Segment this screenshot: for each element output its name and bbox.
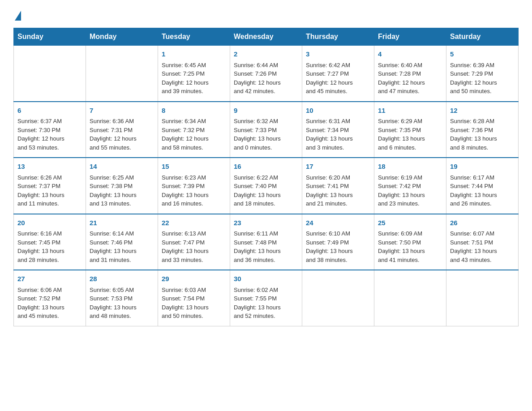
day-info-line: Sunset: 7:28 PM: [378, 69, 442, 78]
day-info-line: Sunset: 7:31 PM: [90, 126, 154, 135]
day-info-line: Sunset: 7:42 PM: [378, 182, 442, 191]
day-info-line: and 48 minutes.: [90, 312, 154, 321]
day-info-line: Sunset: 7:36 PM: [450, 126, 515, 135]
calendar-cell: [374, 270, 446, 326]
day-info-line: Sunset: 7:38 PM: [90, 182, 154, 191]
day-info-line: Sunset: 7:50 PM: [378, 238, 442, 247]
day-info-line: Sunrise: 6:45 AM: [162, 61, 226, 70]
day-info-line: and 13 minutes.: [90, 199, 154, 208]
day-info-line: Sunrise: 6:42 AM: [306, 61, 370, 70]
day-info-line: and 21 minutes.: [306, 199, 370, 208]
calendar-cell: 20Sunrise: 6:16 AMSunset: 7:45 PMDayligh…: [14, 214, 86, 270]
day-info-line: Sunset: 7:48 PM: [234, 238, 298, 247]
calendar-cell: 19Sunrise: 6:17 AMSunset: 7:44 PMDayligh…: [446, 158, 519, 214]
page-header: [13, 9, 519, 19]
day-info-line: Sunset: 7:39 PM: [162, 182, 226, 191]
day-number: 29: [162, 274, 226, 284]
calendar-cell: 16Sunrise: 6:22 AMSunset: 7:40 PMDayligh…: [230, 158, 302, 214]
day-info-line: Sunrise: 6:34 AM: [162, 117, 226, 126]
day-number: 9: [234, 106, 298, 116]
day-info-line: Daylight: 12 hours: [162, 134, 226, 143]
day-info-line: Daylight: 12 hours: [90, 134, 154, 143]
day-info-line: and 31 minutes.: [90, 256, 154, 265]
day-info-line: Daylight: 13 hours: [450, 191, 515, 200]
day-number: 7: [90, 106, 154, 116]
day-info-line: Sunset: 7:41 PM: [306, 182, 370, 191]
day-info-line: Daylight: 13 hours: [90, 191, 154, 200]
day-info-line: Daylight: 13 hours: [90, 303, 154, 312]
calendar-cell: 1Sunrise: 6:45 AMSunset: 7:25 PMDaylight…: [158, 46, 230, 102]
day-info-line: Daylight: 12 hours: [162, 78, 226, 87]
calendar-cell: 11Sunrise: 6:29 AMSunset: 7:35 PMDayligh…: [374, 102, 446, 158]
day-info-line: Daylight: 13 hours: [378, 191, 442, 200]
calendar-cell: 12Sunrise: 6:28 AMSunset: 7:36 PMDayligh…: [446, 102, 519, 158]
day-info-line: and 43 minutes.: [450, 256, 515, 265]
calendar-cell: 13Sunrise: 6:26 AMSunset: 7:37 PMDayligh…: [14, 158, 86, 214]
day-info-line: Daylight: 13 hours: [162, 247, 226, 256]
day-info-line: Sunset: 7:33 PM: [234, 126, 298, 135]
day-info-line: and 36 minutes.: [234, 256, 298, 265]
day-info-line: Daylight: 13 hours: [17, 247, 82, 256]
calendar-cell: 3Sunrise: 6:42 AMSunset: 7:27 PMDaylight…: [302, 46, 374, 102]
day-info-line: Sunset: 7:45 PM: [17, 238, 82, 247]
calendar-cell: [446, 270, 519, 326]
calendar-cell: 24Sunrise: 6:10 AMSunset: 7:49 PMDayligh…: [302, 214, 374, 270]
calendar-cell: 29Sunrise: 6:03 AMSunset: 7:54 PMDayligh…: [158, 270, 230, 326]
day-info-line: Daylight: 12 hours: [450, 78, 515, 87]
day-number: 22: [162, 218, 226, 228]
day-info-line: Sunset: 7:54 PM: [162, 294, 226, 303]
day-info-line: and 18 minutes.: [234, 199, 298, 208]
day-info-line: Sunset: 7:46 PM: [90, 238, 154, 247]
calendar-cell: 18Sunrise: 6:19 AMSunset: 7:42 PMDayligh…: [374, 158, 446, 214]
day-number: 20: [17, 218, 82, 228]
day-number: 18: [378, 162, 442, 172]
day-number: 25: [378, 218, 442, 228]
day-number: 2: [234, 49, 298, 60]
day-number: 27: [17, 274, 82, 284]
day-info-line: Sunrise: 6:28 AM: [450, 117, 515, 126]
day-number: 14: [90, 162, 154, 172]
day-info-line: Sunrise: 6:17 AM: [450, 173, 515, 182]
day-info-line: and 3 minutes.: [306, 143, 370, 152]
day-info-line: and 50 minutes.: [162, 312, 226, 321]
calendar-cell: 2Sunrise: 6:44 AMSunset: 7:26 PMDaylight…: [230, 46, 302, 102]
calendar-week-3: 13Sunrise: 6:26 AMSunset: 7:37 PMDayligh…: [14, 158, 519, 214]
day-number: 11: [378, 106, 442, 116]
calendar-cell: 27Sunrise: 6:06 AMSunset: 7:52 PMDayligh…: [14, 270, 86, 326]
day-info-line: Sunrise: 6:37 AM: [17, 117, 82, 126]
day-info-line: and 50 minutes.: [450, 87, 515, 96]
weekday-header-monday: Monday: [86, 28, 158, 46]
day-info-line: Sunset: 7:34 PM: [306, 126, 370, 135]
day-number: 4: [378, 49, 442, 60]
day-info-line: Sunrise: 6:09 AM: [378, 229, 442, 238]
day-info-line: and 11 minutes.: [17, 199, 82, 208]
day-info-line: and 26 minutes.: [450, 199, 515, 208]
day-number: 8: [162, 106, 226, 116]
day-info-line: Sunset: 7:27 PM: [306, 69, 370, 78]
calendar-week-1: 1Sunrise: 6:45 AMSunset: 7:25 PMDaylight…: [14, 46, 519, 102]
day-info-line: Sunset: 7:25 PM: [162, 69, 226, 78]
day-info-line: Daylight: 12 hours: [17, 134, 82, 143]
calendar-cell: 23Sunrise: 6:11 AMSunset: 7:48 PMDayligh…: [230, 214, 302, 270]
weekday-header-thursday: Thursday: [302, 28, 374, 46]
calendar-cell: 6Sunrise: 6:37 AMSunset: 7:30 PMDaylight…: [14, 102, 86, 158]
calendar-header: SundayMondayTuesdayWednesdayThursdayFrid…: [14, 28, 519, 46]
weekday-header-friday: Friday: [374, 28, 446, 46]
day-number: 1: [162, 49, 226, 60]
day-info-line: Daylight: 13 hours: [90, 247, 154, 256]
calendar-cell: 26Sunrise: 6:07 AMSunset: 7:51 PMDayligh…: [446, 214, 519, 270]
day-info-line: Daylight: 13 hours: [306, 247, 370, 256]
day-info-line: Sunset: 7:32 PM: [162, 126, 226, 135]
day-info-line: Daylight: 13 hours: [450, 247, 515, 256]
calendar-week-2: 6Sunrise: 6:37 AMSunset: 7:30 PMDaylight…: [14, 102, 519, 158]
day-info-line: and 8 minutes.: [450, 143, 515, 152]
calendar-cell: 4Sunrise: 6:40 AMSunset: 7:28 PMDaylight…: [374, 46, 446, 102]
day-number: 15: [162, 162, 226, 172]
day-info-line: Sunrise: 6:02 AM: [234, 286, 298, 295]
logo-triangle-icon: [15, 11, 21, 21]
day-info-line: and 55 minutes.: [90, 143, 154, 152]
calendar-cell: 15Sunrise: 6:23 AMSunset: 7:39 PMDayligh…: [158, 158, 230, 214]
weekday-header-wednesday: Wednesday: [230, 28, 302, 46]
day-info-line: Sunset: 7:51 PM: [450, 238, 515, 247]
day-number: 12: [450, 106, 515, 116]
